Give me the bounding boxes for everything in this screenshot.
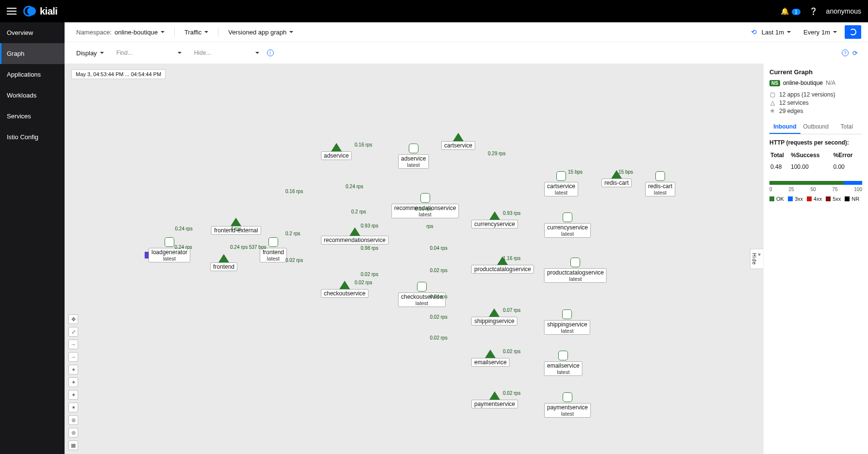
- node-cart_svc[interactable]: cartservice: [441, 134, 475, 150]
- sidebar-item-services[interactable]: Services: [0, 106, 65, 127]
- layout-6-button[interactable]: ⊚: [68, 428, 78, 438]
- edge-label: 0.02 rps: [430, 268, 448, 273]
- edge-label: 0.02 rps: [503, 390, 520, 396]
- sidebar-item-workloads[interactable]: Workloads: [0, 85, 65, 106]
- caret-down-icon: [833, 31, 837, 33]
- service-icon: [453, 134, 463, 142]
- summary-panel: Current Graph NS online-boutique N/A ▢12…: [763, 64, 868, 454]
- node-pay_app[interactable]: paymentservicelatest: [544, 392, 591, 418]
- node-email_app[interactable]: emailservicelatest: [544, 351, 583, 376]
- workload-icon: [417, 282, 427, 292]
- layout-1-button[interactable]: ✶: [68, 365, 78, 374]
- caret-down-icon: [289, 31, 293, 33]
- secondary-toolbar: Display i ? ⟳: [65, 42, 868, 64]
- workload-icon: [563, 212, 572, 222]
- layout-4-button[interactable]: ✶: [68, 403, 78, 412]
- graph-tour-icon[interactable]: ?: [842, 49, 849, 56]
- workload-icon: [165, 237, 174, 247]
- services-icon: △: [769, 99, 775, 106]
- edge-label: 0.02 rps: [430, 335, 448, 340]
- display-selector[interactable]: Display: [71, 48, 109, 59]
- tab-total[interactable]: Total: [831, 120, 862, 134]
- refresh-icon: [850, 29, 856, 35]
- replay-icon[interactable]: ⟳: [852, 49, 859, 56]
- brand[interactable]: kiali: [23, 5, 57, 17]
- edge-label: 0.24 rps: [346, 184, 363, 189]
- sidebar-item-graph[interactable]: Graph: [0, 43, 65, 64]
- topbar: kiali 🔔 1 ❔ anonymous: [0, 0, 868, 22]
- node-cart_app[interactable]: cartservicelatest: [544, 171, 578, 196]
- caret-down-icon: [100, 52, 104, 54]
- node-fe_app[interactable]: frontendlatest: [260, 237, 287, 262]
- hide-panel-tab[interactable]: Hide: [750, 248, 763, 269]
- node-pcat_app[interactable]: productcatalogservicelatest: [544, 258, 607, 283]
- sidebar-item-applications[interactable]: Applications: [0, 64, 65, 85]
- fit-button[interactable]: ⤢: [68, 327, 78, 337]
- tab-outbound[interactable]: Outbound: [801, 120, 832, 134]
- edge-label: 0.02 rps: [361, 272, 378, 277]
- zoom-in-button[interactable]: →: [68, 340, 78, 349]
- layout-3-button[interactable]: ✶: [68, 390, 78, 400]
- namespace-name[interactable]: online-boutique: [783, 80, 823, 86]
- sidebar-item-istio-config[interactable]: Istio Config: [0, 127, 65, 147]
- workload-icon: [409, 144, 418, 153]
- edge-label: 0.02 rps: [430, 314, 448, 320]
- service-icon: [489, 309, 499, 317]
- layout-2-button[interactable]: ✶: [68, 377, 78, 387]
- edge-label: 0.07 rps: [503, 308, 520, 313]
- traffic-selector[interactable]: Traffic: [180, 27, 213, 38]
- history-icon: ⟲: [751, 28, 757, 36]
- edge-label: 0.2 rps: [285, 231, 300, 236]
- node-ship_app[interactable]: shippingservicelatest: [544, 309, 590, 335]
- edge-label: 0.16 rps: [415, 206, 433, 211]
- node-fe_svc[interactable]: frontend: [210, 255, 237, 271]
- refresh-button[interactable]: [845, 25, 861, 39]
- edge-label: 15 bps: [568, 169, 583, 175]
- caret-down-icon: [255, 52, 259, 54]
- service-icon: [350, 228, 360, 236]
- find-input[interactable]: [117, 47, 175, 59]
- user-menu[interactable]: anonymous: [826, 7, 861, 15]
- sidebar-item-overview[interactable]: Overview: [0, 22, 65, 43]
- edge-label: rps: [427, 224, 434, 229]
- service-icon: [490, 212, 500, 220]
- workload-icon: [563, 392, 572, 402]
- node-loadgen_app[interactable]: loadgeneratorlatest: [149, 237, 190, 262]
- caret-down-icon: [204, 31, 208, 33]
- edge-label: 15 bps: [618, 169, 633, 175]
- graph-type-selector[interactable]: Versioned app graph: [223, 27, 298, 38]
- edge-label: 0.02 rps: [285, 258, 303, 263]
- workload-icon: [570, 258, 580, 267]
- kiali-logo-icon: [23, 5, 36, 17]
- node-redis_app[interactable]: redis-cartlatest: [645, 171, 675, 196]
- tab-inbound[interactable]: Inbound: [769, 120, 801, 134]
- node-ad_app[interactable]: adservicelatest: [398, 144, 429, 169]
- node-cur_app[interactable]: currencyservicelatest: [544, 212, 591, 238]
- layout-5-button[interactable]: ⊚: [68, 415, 78, 425]
- edge-label: 0.93 rps: [361, 223, 378, 228]
- service-icon: [490, 392, 500, 400]
- workload-icon: [655, 171, 665, 181]
- menu-toggle[interactable]: [7, 6, 17, 16]
- graph-canvas[interactable]: May 3, 04:53:44 PM ... 04:54:44 PM loadg…: [65, 64, 763, 454]
- drag-mode-button[interactable]: ✥: [68, 314, 78, 324]
- help-button[interactable]: ❔: [809, 7, 818, 15]
- service-icon: [340, 282, 350, 290]
- refresh-interval-selector[interactable]: Every 1m: [799, 27, 842, 38]
- notifications-button[interactable]: 🔔 1: [781, 7, 800, 15]
- namespace-selector[interactable]: Namespace: online-boutique: [71, 27, 169, 38]
- zoom-out-button[interactable]: →: [68, 352, 78, 362]
- edge-label: 0.16 rps: [285, 189, 303, 194]
- legend-button[interactable]: ▦: [68, 440, 78, 450]
- workload-icon: [556, 171, 566, 181]
- service-icon: [219, 255, 229, 263]
- traffic-source-icon: [145, 252, 149, 259]
- find-help-icon[interactable]: i: [267, 49, 274, 56]
- node-rec_svc[interactable]: recommendationservice: [321, 228, 388, 244]
- node-ad_svc[interactable]: adservice: [321, 144, 351, 160]
- legend-nr: NR: [845, 196, 859, 202]
- edge-label: 0.24 rps: [175, 244, 192, 250]
- legend-ok: OK: [769, 196, 784, 202]
- time-range-selector[interactable]: ⟲ Last 1m: [746, 26, 796, 38]
- hide-input[interactable]: [194, 47, 252, 59]
